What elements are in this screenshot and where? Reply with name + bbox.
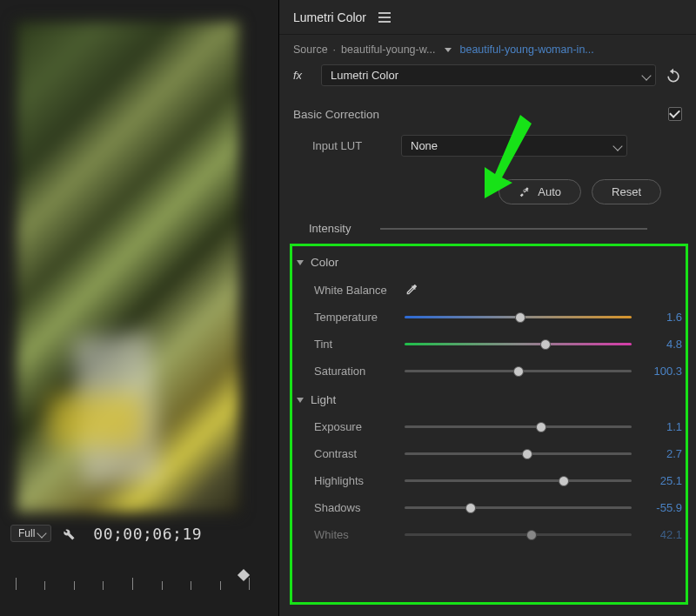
exposure-slider[interactable] [405,425,632,428]
light-section-toggle[interactable]: Light [279,385,696,413]
source-name[interactable]: beautiful-young-w... [341,44,435,56]
highlights-value[interactable]: 25.1 [640,474,682,487]
color-section-toggle[interactable]: Color [279,247,696,276]
whites-slider[interactable] [405,533,632,536]
temperature-label: Temperature [314,311,396,324]
reset-button[interactable]: Reset [592,179,661,204]
saturation-slider[interactable] [405,370,632,372]
chevron-down-icon[interactable] [445,48,452,52]
tint-slider[interactable] [405,343,632,345]
slider-thumb[interactable] [513,366,524,377]
slider-thumb[interactable] [559,476,569,486]
fx-badge-icon[interactable]: fx [293,69,312,82]
light-header: Light [311,393,336,406]
color-header: Color [311,256,338,269]
wrench-icon[interactable] [60,526,76,541]
intensity-slider[interactable] [380,228,647,230]
video-preview[interactable] [16,21,240,513]
tint-label: Tint [314,338,396,351]
chevron-down-icon [612,141,622,151]
auto-button-label: Auto [538,185,561,198]
reset-button-label: Reset [612,185,641,198]
eyedropper-icon[interactable] [405,283,418,297]
slider-thumb[interactable] [515,312,525,323]
exposure-value[interactable]: 1.1 [640,420,682,433]
saturation-value[interactable]: 100.3 [640,365,682,378]
contrast-label: Contrast [314,447,396,460]
chevron-down-icon [297,398,304,403]
intensity-label: Intensity [309,222,370,235]
whites-label: Whites [314,528,396,541]
highlights-label: Highlights [314,474,396,487]
chevron-down-icon [37,528,47,538]
lumetri-panel: Lumetri Color Source · beautiful-young-w… [278,0,696,616]
chevron-down-icon [641,70,651,80]
white-balance-label: White Balance [314,284,396,297]
slider-thumb[interactable] [536,422,546,432]
timeline-markers[interactable] [10,564,254,590]
reset-effect-icon[interactable] [665,67,682,84]
tint-value[interactable]: 4.8 [640,338,682,351]
clip-link[interactable]: beautiful-young-woman-in... [460,44,594,56]
shadows-value[interactable]: -55.9 [640,501,682,514]
input-lut-value: None [411,139,438,152]
timecode-display[interactable]: 00;00;06;19 [93,525,202,543]
panel-title: Lumetri Color [293,10,366,24]
basic-correction-toggle[interactable] [668,107,682,121]
input-lut-label: Input LUT [312,139,391,152]
slider-thumb[interactable] [465,503,476,513]
chevron-down-icon [297,260,304,265]
exposure-label: Exposure [314,420,396,433]
contrast-slider[interactable] [405,452,632,455]
whites-value[interactable]: 42.1 [640,528,682,541]
auto-button[interactable]: Auto [499,179,581,204]
slider-thumb[interactable] [526,530,537,540]
shadows-label: Shadows [314,501,396,514]
basic-correction-header[interactable]: Basic Correction [293,108,379,121]
highlights-slider[interactable] [405,479,632,482]
shadows-slider[interactable] [405,506,632,509]
temperature-value[interactable]: 1.6 [640,311,682,324]
preview-panel: Full 00;00;06;19 [0,0,278,616]
effect-name: Lumetri Color [331,69,398,82]
slider-thumb[interactable] [522,449,532,459]
effect-select[interactable]: Lumetri Color [321,64,656,86]
source-prefix: Source [293,44,328,56]
input-lut-select[interactable]: None [401,135,627,157]
preview-scale-label: Full [18,527,35,539]
preview-scale-select[interactable]: Full [10,525,51,542]
temperature-slider[interactable] [405,316,632,318]
magic-wand-icon [519,186,531,198]
panel-menu-icon[interactable] [378,12,391,23]
saturation-label: Saturation [314,365,396,378]
contrast-value[interactable]: 2.7 [640,447,682,460]
slider-thumb[interactable] [540,339,551,350]
